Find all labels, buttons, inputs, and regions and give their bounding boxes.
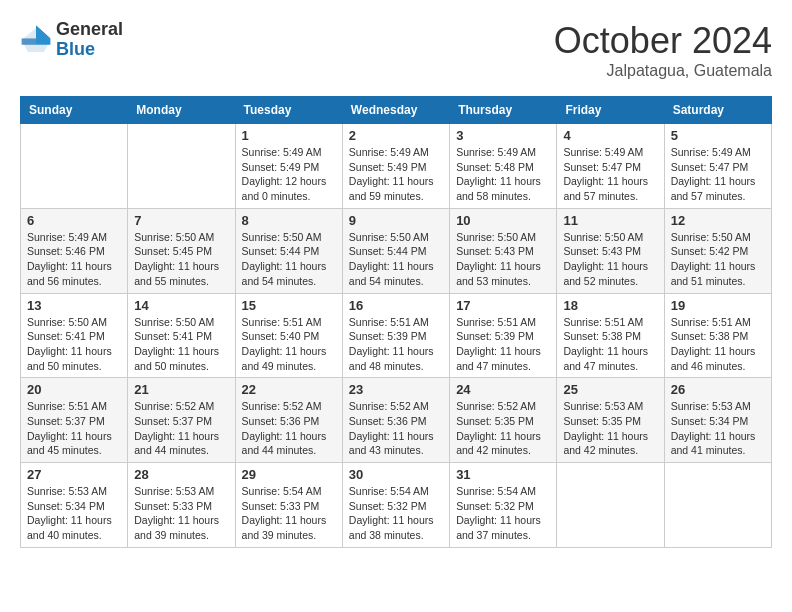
calendar-cell: 15Sunrise: 5:51 AMSunset: 5:40 PMDayligh… bbox=[235, 293, 342, 378]
calendar-week-2: 6Sunrise: 5:49 AMSunset: 5:46 PMDaylight… bbox=[21, 208, 772, 293]
calendar-cell: 26Sunrise: 5:53 AMSunset: 5:34 PMDayligh… bbox=[664, 378, 771, 463]
logo-blue: Blue bbox=[56, 40, 123, 60]
calendar-cell: 2Sunrise: 5:49 AMSunset: 5:49 PMDaylight… bbox=[342, 124, 449, 209]
day-info: Sunrise: 5:51 AMSunset: 5:39 PMDaylight:… bbox=[456, 315, 550, 374]
day-info: Sunrise: 5:53 AMSunset: 5:35 PMDaylight:… bbox=[563, 399, 657, 458]
calendar-cell: 12Sunrise: 5:50 AMSunset: 5:42 PMDayligh… bbox=[664, 208, 771, 293]
logo: General Blue bbox=[20, 20, 123, 60]
day-number: 28 bbox=[134, 467, 228, 482]
day-number: 1 bbox=[242, 128, 336, 143]
day-number: 3 bbox=[456, 128, 550, 143]
calendar-cell: 31Sunrise: 5:54 AMSunset: 5:32 PMDayligh… bbox=[450, 463, 557, 548]
weekday-header-friday: Friday bbox=[557, 97, 664, 124]
day-info: Sunrise: 5:54 AMSunset: 5:33 PMDaylight:… bbox=[242, 484, 336, 543]
day-number: 2 bbox=[349, 128, 443, 143]
day-number: 30 bbox=[349, 467, 443, 482]
day-number: 8 bbox=[242, 213, 336, 228]
calendar-cell bbox=[664, 463, 771, 548]
logo-text: General Blue bbox=[56, 20, 123, 60]
day-info: Sunrise: 5:52 AMSunset: 5:37 PMDaylight:… bbox=[134, 399, 228, 458]
logo-general: General bbox=[56, 20, 123, 40]
calendar-cell: 8Sunrise: 5:50 AMSunset: 5:44 PMDaylight… bbox=[235, 208, 342, 293]
day-info: Sunrise: 5:49 AMSunset: 5:49 PMDaylight:… bbox=[242, 145, 336, 204]
day-number: 29 bbox=[242, 467, 336, 482]
day-info: Sunrise: 5:50 AMSunset: 5:41 PMDaylight:… bbox=[134, 315, 228, 374]
day-number: 22 bbox=[242, 382, 336, 397]
calendar-table: SundayMondayTuesdayWednesdayThursdayFrid… bbox=[20, 96, 772, 548]
calendar-week-1: 1Sunrise: 5:49 AMSunset: 5:49 PMDaylight… bbox=[21, 124, 772, 209]
day-number: 31 bbox=[456, 467, 550, 482]
day-number: 10 bbox=[456, 213, 550, 228]
day-number: 17 bbox=[456, 298, 550, 313]
calendar-cell: 30Sunrise: 5:54 AMSunset: 5:32 PMDayligh… bbox=[342, 463, 449, 548]
day-info: Sunrise: 5:50 AMSunset: 5:43 PMDaylight:… bbox=[563, 230, 657, 289]
day-number: 9 bbox=[349, 213, 443, 228]
weekday-header-sunday: Sunday bbox=[21, 97, 128, 124]
title-block: October 2024 Jalpatagua, Guatemala bbox=[554, 20, 772, 80]
calendar-cell: 14Sunrise: 5:50 AMSunset: 5:41 PMDayligh… bbox=[128, 293, 235, 378]
calendar-cell: 18Sunrise: 5:51 AMSunset: 5:38 PMDayligh… bbox=[557, 293, 664, 378]
day-number: 21 bbox=[134, 382, 228, 397]
calendar-cell: 16Sunrise: 5:51 AMSunset: 5:39 PMDayligh… bbox=[342, 293, 449, 378]
day-info: Sunrise: 5:54 AMSunset: 5:32 PMDaylight:… bbox=[456, 484, 550, 543]
calendar-week-5: 27Sunrise: 5:53 AMSunset: 5:34 PMDayligh… bbox=[21, 463, 772, 548]
svg-marker-3 bbox=[22, 38, 36, 44]
day-number: 24 bbox=[456, 382, 550, 397]
calendar-cell: 22Sunrise: 5:52 AMSunset: 5:36 PMDayligh… bbox=[235, 378, 342, 463]
calendar-cell: 11Sunrise: 5:50 AMSunset: 5:43 PMDayligh… bbox=[557, 208, 664, 293]
day-info: Sunrise: 5:49 AMSunset: 5:47 PMDaylight:… bbox=[671, 145, 765, 204]
day-info: Sunrise: 5:50 AMSunset: 5:43 PMDaylight:… bbox=[456, 230, 550, 289]
day-number: 26 bbox=[671, 382, 765, 397]
day-info: Sunrise: 5:53 AMSunset: 5:34 PMDaylight:… bbox=[27, 484, 121, 543]
day-info: Sunrise: 5:50 AMSunset: 5:44 PMDaylight:… bbox=[349, 230, 443, 289]
day-number: 19 bbox=[671, 298, 765, 313]
logo-icon bbox=[20, 24, 52, 56]
weekday-header-wednesday: Wednesday bbox=[342, 97, 449, 124]
day-info: Sunrise: 5:51 AMSunset: 5:38 PMDaylight:… bbox=[563, 315, 657, 374]
calendar-cell: 13Sunrise: 5:50 AMSunset: 5:41 PMDayligh… bbox=[21, 293, 128, 378]
calendar-cell: 1Sunrise: 5:49 AMSunset: 5:49 PMDaylight… bbox=[235, 124, 342, 209]
day-info: Sunrise: 5:50 AMSunset: 5:44 PMDaylight:… bbox=[242, 230, 336, 289]
calendar-cell: 9Sunrise: 5:50 AMSunset: 5:44 PMDaylight… bbox=[342, 208, 449, 293]
calendar-cell bbox=[557, 463, 664, 548]
day-number: 12 bbox=[671, 213, 765, 228]
day-info: Sunrise: 5:50 AMSunset: 5:42 PMDaylight:… bbox=[671, 230, 765, 289]
day-number: 27 bbox=[27, 467, 121, 482]
calendar-cell: 3Sunrise: 5:49 AMSunset: 5:48 PMDaylight… bbox=[450, 124, 557, 209]
day-info: Sunrise: 5:53 AMSunset: 5:34 PMDaylight:… bbox=[671, 399, 765, 458]
calendar-cell: 21Sunrise: 5:52 AMSunset: 5:37 PMDayligh… bbox=[128, 378, 235, 463]
day-number: 18 bbox=[563, 298, 657, 313]
day-info: Sunrise: 5:52 AMSunset: 5:36 PMDaylight:… bbox=[349, 399, 443, 458]
day-number: 23 bbox=[349, 382, 443, 397]
calendar-cell: 28Sunrise: 5:53 AMSunset: 5:33 PMDayligh… bbox=[128, 463, 235, 548]
day-number: 7 bbox=[134, 213, 228, 228]
day-info: Sunrise: 5:54 AMSunset: 5:32 PMDaylight:… bbox=[349, 484, 443, 543]
calendar-cell: 24Sunrise: 5:52 AMSunset: 5:35 PMDayligh… bbox=[450, 378, 557, 463]
day-info: Sunrise: 5:51 AMSunset: 5:39 PMDaylight:… bbox=[349, 315, 443, 374]
day-info: Sunrise: 5:50 AMSunset: 5:41 PMDaylight:… bbox=[27, 315, 121, 374]
calendar-cell bbox=[21, 124, 128, 209]
calendar-cell: 27Sunrise: 5:53 AMSunset: 5:34 PMDayligh… bbox=[21, 463, 128, 548]
calendar-cell: 25Sunrise: 5:53 AMSunset: 5:35 PMDayligh… bbox=[557, 378, 664, 463]
day-info: Sunrise: 5:53 AMSunset: 5:33 PMDaylight:… bbox=[134, 484, 228, 543]
calendar-cell: 10Sunrise: 5:50 AMSunset: 5:43 PMDayligh… bbox=[450, 208, 557, 293]
calendar-week-4: 20Sunrise: 5:51 AMSunset: 5:37 PMDayligh… bbox=[21, 378, 772, 463]
month-title: October 2024 bbox=[554, 20, 772, 62]
day-number: 20 bbox=[27, 382, 121, 397]
day-info: Sunrise: 5:49 AMSunset: 5:48 PMDaylight:… bbox=[456, 145, 550, 204]
day-info: Sunrise: 5:52 AMSunset: 5:35 PMDaylight:… bbox=[456, 399, 550, 458]
day-info: Sunrise: 5:49 AMSunset: 5:49 PMDaylight:… bbox=[349, 145, 443, 204]
calendar-cell: 29Sunrise: 5:54 AMSunset: 5:33 PMDayligh… bbox=[235, 463, 342, 548]
day-info: Sunrise: 5:51 AMSunset: 5:40 PMDaylight:… bbox=[242, 315, 336, 374]
day-info: Sunrise: 5:50 AMSunset: 5:45 PMDaylight:… bbox=[134, 230, 228, 289]
day-info: Sunrise: 5:49 AMSunset: 5:46 PMDaylight:… bbox=[27, 230, 121, 289]
day-number: 4 bbox=[563, 128, 657, 143]
weekday-header-saturday: Saturday bbox=[664, 97, 771, 124]
calendar-cell: 5Sunrise: 5:49 AMSunset: 5:47 PMDaylight… bbox=[664, 124, 771, 209]
day-number: 13 bbox=[27, 298, 121, 313]
calendar-cell: 4Sunrise: 5:49 AMSunset: 5:47 PMDaylight… bbox=[557, 124, 664, 209]
day-number: 15 bbox=[242, 298, 336, 313]
weekday-header-thursday: Thursday bbox=[450, 97, 557, 124]
weekday-header-row: SundayMondayTuesdayWednesdayThursdayFrid… bbox=[21, 97, 772, 124]
day-number: 11 bbox=[563, 213, 657, 228]
